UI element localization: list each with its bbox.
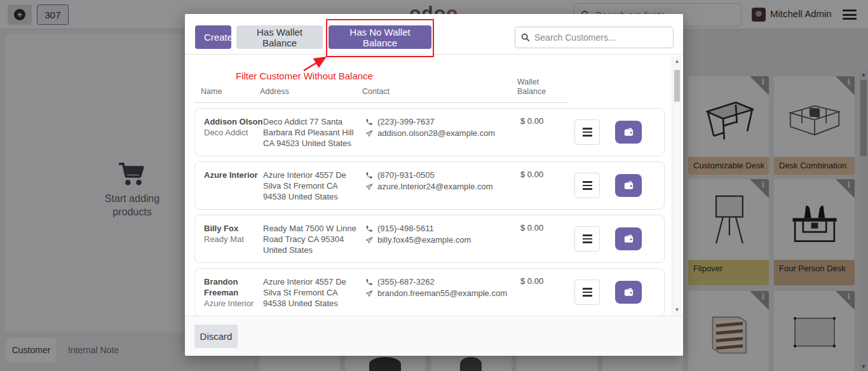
customer-phone: (355)-687-3262 <box>377 276 435 288</box>
customer-wallet-balance: $ 0.00 <box>520 223 574 262</box>
customer-company: Ready Mat <box>204 234 263 245</box>
search-customers-input[interactable] <box>534 32 661 43</box>
wallet-icon <box>622 286 635 299</box>
phone-icon <box>365 172 373 179</box>
customer-phone: (915)-498-5611 <box>377 223 434 234</box>
paper-plane-icon <box>365 183 373 191</box>
customer-email: billy.fox45@example.com <box>377 234 471 246</box>
paper-plane-icon <box>365 130 373 137</box>
scrollbar-thumb[interactable] <box>674 70 680 102</box>
customer-name: Billy Fox <box>204 223 263 234</box>
customer-address: Azure Interior 4557 De Silva St Fremont … <box>263 276 365 316</box>
table-header-divider <box>194 102 569 103</box>
customer-select-modal: Create Has Wallet Balance Has No Wallet … <box>185 14 683 356</box>
wallet-icon <box>622 126 635 138</box>
create-customer-button[interactable]: Create <box>195 25 231 49</box>
modal-footer: Discard <box>185 316 683 356</box>
customer-list-scrollbar[interactable]: ▲ ▼ <box>672 56 681 315</box>
customer-row[interactable]: Addison Olson Deco Addict Deco Addict 77… <box>194 108 665 156</box>
customer-phone: (223)-399-7637 <box>377 116 435 128</box>
column-header-wallet-balance: Wallet Balance <box>517 78 552 97</box>
pos-screen: + 307 odoo Mitchell Admin Start adding p… <box>0 0 868 371</box>
customer-wallet-balance: $ 0.00 <box>520 170 574 209</box>
column-header-contact: Contact <box>362 87 517 97</box>
wallet-icon <box>622 233 635 245</box>
customer-wallet-balance: $ 0.00 <box>520 116 574 156</box>
phone-icon <box>365 225 373 233</box>
hamburger-icon <box>583 128 592 137</box>
customer-wallet-button[interactable] <box>615 121 642 144</box>
phone-icon <box>365 118 373 126</box>
scroll-down-icon[interactable]: ▼ <box>672 307 682 313</box>
customer-email: brandon.freeman55@example.com <box>377 288 507 299</box>
customer-details-button[interactable] <box>574 119 600 145</box>
phone-icon <box>365 278 373 286</box>
customer-details-button[interactable] <box>574 280 600 305</box>
customer-row[interactable]: Azure Interior Azure Interior 4557 De Si… <box>194 161 665 210</box>
customer-address: Ready Mat 7500 W Linne Road Tracy CA 953… <box>263 223 365 262</box>
customer-name: Addison Olson <box>204 116 263 127</box>
has-wallet-balance-button[interactable]: Has Wallet Balance <box>236 25 323 49</box>
paper-plane-icon <box>365 236 373 244</box>
customer-name: Brandon Freeman <box>204 276 263 298</box>
customer-address: Azure Interior 4557 De Silva St Fremont … <box>263 170 365 209</box>
customer-wallet-balance: $ 0.00 <box>520 276 574 316</box>
customer-details-button[interactable] <box>574 173 600 198</box>
customer-name: Azure Interior <box>204 170 263 180</box>
hamburger-icon <box>583 234 592 243</box>
paper-plane-icon <box>365 290 373 297</box>
customer-wallet-button[interactable] <box>615 281 642 304</box>
customer-wallet-button[interactable] <box>615 227 642 250</box>
customer-details-button[interactable] <box>574 226 600 252</box>
modal-header: Create Has Wallet Balance Has No Wallet … <box>185 14 683 55</box>
customer-phone: (870)-931-0505 <box>377 170 435 181</box>
customer-address: Deco Addict 77 Santa Barbara Rd Pleasant… <box>263 116 365 156</box>
wallet-icon <box>622 179 635 192</box>
customer-company: Azure Interior <box>204 298 263 309</box>
hamburger-icon <box>583 181 592 190</box>
annotation-arrow <box>301 52 332 74</box>
scroll-up-icon[interactable]: ▲ <box>672 58 682 64</box>
has-no-wallet-balance-button[interactable]: Has No Wallet Balance <box>329 25 431 49</box>
customer-company: Deco Addict <box>204 127 263 138</box>
discard-button[interactable]: Discard <box>194 325 238 348</box>
customer-row[interactable]: Brandon Freeman Azure Interior Azure Int… <box>194 268 665 316</box>
customer-wallet-button[interactable] <box>615 174 642 197</box>
column-header-address: Address <box>260 87 362 97</box>
customer-row[interactable]: Billy Fox Ready Mat Ready Mat 7500 W Lin… <box>194 215 665 263</box>
customer-email: azure.Interior24@example.com <box>377 181 493 192</box>
customer-list: Addison Olson Deco Addict Deco Addict 77… <box>194 108 665 321</box>
search-icon <box>521 33 530 42</box>
customer-email: addison.olson28@example.com <box>377 128 495 139</box>
column-header-name: Name <box>201 87 260 97</box>
hamburger-icon <box>583 288 592 297</box>
search-customers-field[interactable] <box>515 27 674 48</box>
